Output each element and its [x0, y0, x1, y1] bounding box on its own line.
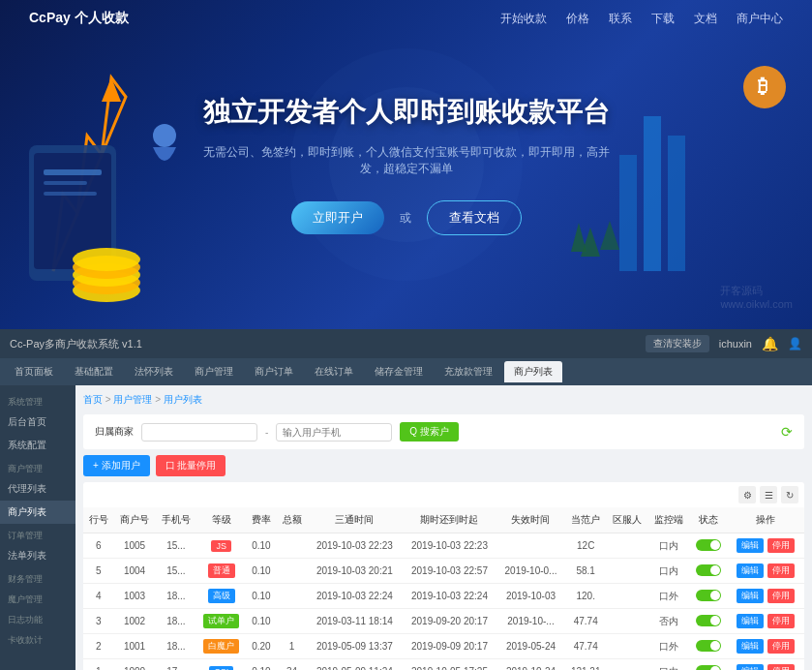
btn-disable[interactable]: 停用 — [767, 639, 795, 654]
sidebar-item-agent-list[interactable]: 代理列表 — [0, 477, 75, 501]
admin-panel: Cc-Pay多商户收款系统 v1.1 查清安装步 ichuxin 🔔 👤 首页面… — [0, 329, 812, 670]
svg-rect-15 — [668, 136, 685, 271]
cell-monitor: 口内 — [648, 659, 690, 671]
sidebar-item-merchant-list[interactable]: 商户列表 — [0, 501, 75, 524]
hero-logo: CcPay 个人收款 — [29, 10, 129, 27]
hero-content: 独立开发者个人即时到账收款平台 无需公司、免签约，即时到账，个人微信支付宝账号即… — [203, 94, 610, 235]
svg-point-12 — [73, 248, 140, 271]
btn-add-user[interactable]: + 添加用户 — [83, 455, 150, 476]
nav-link-price[interactable]: 价格 — [566, 11, 589, 27]
cell-status[interactable] — [690, 533, 727, 559]
sidebar-group-card: 卡收款计 — [0, 628, 75, 649]
sidebar-item-order-list[interactable]: 法单列表 — [0, 544, 75, 567]
status-toggle[interactable] — [696, 665, 721, 671]
tab-storage-mgmt[interactable]: 储存金管理 — [365, 361, 433, 382]
notification-icon[interactable]: 🔔 — [762, 336, 778, 351]
tab-merchant-mgmt[interactable]: 商户管理 — [185, 361, 243, 382]
cell-area — [607, 559, 648, 584]
users-table: 行号 商户号 手机号 等级 费率 总额 三通时间 期时还到时起 失效时间 当范户… — [83, 507, 804, 670]
btn-disable[interactable]: 停用 — [767, 664, 795, 670]
table-header-row: 行号 商户号 手机号 等级 费率 总额 三通时间 期时还到时起 失效时间 当范户… — [83, 507, 804, 533]
breadcrumb-user-list: 用户列表 — [164, 394, 202, 405]
status-toggle[interactable] — [696, 590, 721, 601]
tab-online-order[interactable]: 在线订单 — [305, 361, 363, 382]
cell-create-time: 2019-05-09 13:37 — [307, 634, 402, 659]
btn-batch-disable[interactable]: 口 批量停用 — [156, 455, 226, 476]
user-icon[interactable]: 👤 — [788, 337, 802, 350]
admin-install-btn[interactable]: 查清安装步 — [646, 335, 709, 352]
tab-home[interactable]: 首页面板 — [5, 361, 63, 382]
svg-rect-13 — [619, 155, 637, 271]
btn-edit[interactable]: 编辑 — [737, 538, 764, 553]
cell-fee: 0.10 — [246, 659, 277, 671]
search-refresh-icon[interactable]: ⟳ — [781, 424, 793, 440]
admin-topbar-right: 查清安装步 ichuxin 🔔 👤 — [646, 335, 802, 352]
search-btn[interactable]: Q 搜索户 — [400, 422, 459, 442]
status-toggle[interactable] — [696, 564, 721, 576]
btn-view-docs[interactable]: 查看文档 — [427, 200, 522, 235]
tab-order-list[interactable]: 法怀列表 — [125, 361, 183, 382]
cell-status[interactable] — [690, 659, 727, 671]
search-merchant-input[interactable] — [141, 423, 257, 442]
btn-edit[interactable]: 编辑 — [737, 614, 764, 628]
cell-create-time: 2019-10-03 22:23 — [307, 533, 402, 559]
cell-area — [607, 609, 648, 634]
btn-disable[interactable]: 停用 — [767, 538, 795, 553]
cell-status[interactable] — [690, 609, 727, 634]
cell-status[interactable] — [690, 559, 727, 584]
cell-row-num: 1 — [83, 659, 114, 671]
cell-range: 121.21 — [564, 659, 607, 671]
data-table: ⚙ ☰ ↻ 行号 商户号 手机号 等级 费率 总额 三通时间 — [83, 482, 804, 670]
cell-action: 编辑 停用 — [727, 659, 804, 671]
sidebar-group-finance: 财务管理 — [0, 567, 75, 588]
cell-range: 58.1 — [564, 559, 607, 584]
sidebar-group-system: 系统管理 — [0, 390, 75, 411]
search-bar-right: ⟳ — [781, 424, 793, 440]
status-toggle[interactable] — [696, 539, 721, 551]
table-refresh-icon[interactable]: ↻ — [781, 486, 798, 503]
hero-section: ₿ CcPay 个人收款 开始收款 价格 联系 下载 文档 商户中心 独立开发者… — [0, 0, 812, 329]
tab-basic-config[interactable]: 基础配置 — [65, 361, 123, 382]
cell-area — [607, 584, 648, 609]
cell-phone: 18... — [155, 634, 196, 659]
table-columns-icon[interactable]: ☰ — [760, 486, 777, 503]
breadcrumb-home[interactable]: 首页 — [83, 394, 103, 405]
btn-open-account[interactable]: 立即开户 — [291, 201, 384, 234]
btn-edit[interactable]: 编辑 — [737, 563, 764, 578]
nav-link-start[interactable]: 开始收款 — [500, 11, 547, 27]
tab-user-list[interactable]: 商户列表 — [504, 361, 562, 382]
status-toggle[interactable] — [696, 640, 721, 652]
col-fail-time: 失效时间 — [497, 507, 565, 533]
col-area: 区服人 — [607, 507, 648, 533]
nav-link-contact[interactable]: 联系 — [609, 11, 632, 27]
btn-disable[interactable]: 停用 — [767, 563, 795, 578]
cell-action: 编辑 停用 — [727, 533, 804, 559]
btn-edit[interactable]: 编辑 — [737, 664, 764, 670]
tab-fund-mgmt[interactable]: 充放款管理 — [435, 361, 502, 382]
cell-action: 编辑 停用 — [727, 634, 804, 659]
admin-main-content: 首页 > 用户管理 > 用户列表 归属商家 - Q 搜索户 ⟳ + 添加用户 — [75, 385, 812, 670]
nav-link-merchant[interactable]: 商户中心 — [737, 11, 783, 27]
sidebar-item-home[interactable]: 后台首页 — [0, 411, 75, 434]
nav-link-download[interactable]: 下载 — [651, 11, 675, 27]
cell-total — [277, 559, 308, 584]
nav-link-docs[interactable]: 文档 — [694, 11, 717, 27]
cell-status[interactable] — [690, 584, 727, 609]
cell-fail-time: 2019-10-03 — [497, 584, 565, 609]
cell-row-num: 5 — [83, 559, 114, 584]
sidebar-item-config[interactable]: 系统配置 — [0, 434, 75, 457]
btn-disable[interactable]: 停用 — [767, 589, 795, 603]
btn-disable[interactable]: 停用 — [767, 614, 795, 628]
btn-edit[interactable]: 编辑 — [737, 639, 764, 654]
hero-watermark: 开客源码 www.oikwl.com — [720, 284, 793, 310]
table-settings-icon[interactable]: ⚙ — [738, 486, 756, 503]
cell-expire-time: 2019-10-03 22:23 — [402, 533, 496, 559]
tab-merchant-order[interactable]: 商户订单 — [245, 361, 303, 382]
search-phone-input[interactable] — [276, 423, 392, 442]
btn-edit[interactable]: 编辑 — [737, 589, 764, 603]
cell-phone: 18... — [155, 609, 196, 634]
svg-rect-14 — [644, 116, 661, 271]
status-toggle[interactable] — [696, 615, 721, 626]
cell-status[interactable] — [690, 634, 727, 659]
breadcrumb-user-mgmt[interactable]: 用户管理 — [113, 394, 152, 405]
